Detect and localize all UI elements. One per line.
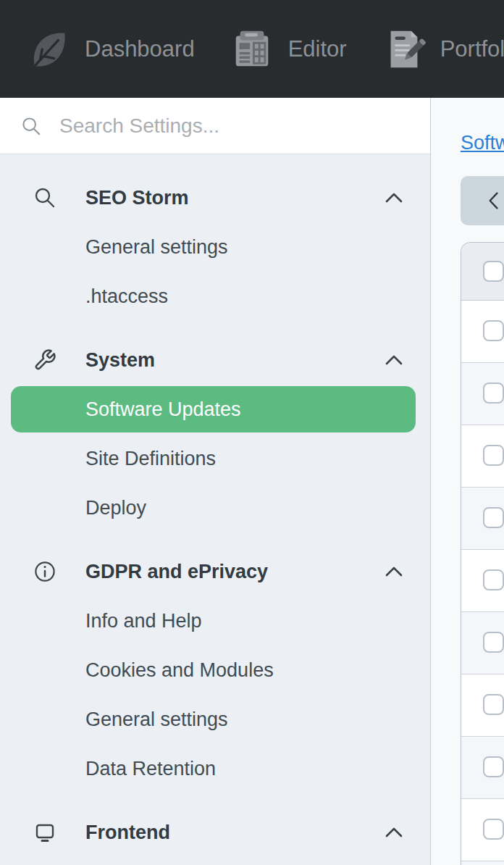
topnav-portfolio[interactable]: Portfolio <box>382 27 504 72</box>
row-checkbox[interactable] <box>483 445 504 466</box>
content-pane: Software Updates <box>432 98 504 865</box>
table-row <box>461 550 504 612</box>
section-label: System <box>85 349 155 372</box>
nav-section-system: System Software Updates Site Definitions… <box>0 335 430 532</box>
topnav-label: Portfolio <box>440 36 504 62</box>
section-header-frontend[interactable]: Frontend <box>0 808 430 857</box>
topnav-editor[interactable]: Editor <box>230 27 347 72</box>
nav-item-general-settings[interactable]: General settings <box>0 222 430 272</box>
table-row <box>461 737 504 799</box>
wrench-icon <box>33 348 56 372</box>
chevron-left-icon <box>484 190 504 212</box>
leaf-icon <box>26 27 71 72</box>
table-row <box>461 799 504 861</box>
search-input[interactable] <box>59 114 371 138</box>
table-row <box>461 363 504 425</box>
chevron-up-icon <box>385 355 403 366</box>
memo-pencil-icon <box>382 27 427 72</box>
row-checkbox[interactable] <box>483 819 504 840</box>
table-row <box>461 488 504 550</box>
chevron-up-icon <box>385 567 403 577</box>
newspaper-icon <box>230 27 274 72</box>
topbar: Dashboard Editor <box>0 0 504 98</box>
topnav-dashboard[interactable]: Dashboard <box>26 27 195 72</box>
nav-section-gdpr: GDPR and ePrivacy Info and Help Cookies … <box>0 547 430 793</box>
row-checkbox[interactable] <box>483 569 504 590</box>
updates-table <box>461 242 504 865</box>
table-row <box>461 301 504 363</box>
nav-item-info-and-help[interactable]: Info and Help <box>0 596 430 645</box>
chevron-up-icon <box>385 827 403 838</box>
back-button[interactable] <box>461 176 504 225</box>
info-icon <box>33 560 56 583</box>
table-row <box>461 425 504 488</box>
nav-item-data-retention[interactable]: Data Retention <box>0 744 430 793</box>
select-all-checkbox[interactable] <box>483 261 504 282</box>
row-checkbox[interactable] <box>483 632 504 653</box>
row-checkbox[interactable] <box>483 694 504 715</box>
search-icon <box>20 115 42 137</box>
section-label: SEO Storm <box>85 187 189 209</box>
magnifier-icon <box>33 186 56 209</box>
sidebar-search-row <box>0 98 430 154</box>
section-header-seo-storm[interactable]: SEO Storm <box>0 173 430 222</box>
nav-item-software-updates[interactable]: Software Updates <box>11 386 416 432</box>
nav-item-htaccess[interactable]: .htaccess <box>0 272 430 321</box>
nav-item-general-settings-gdpr[interactable]: General settings <box>0 695 430 744</box>
section-label: Frontend <box>85 822 170 844</box>
table-row <box>461 674 504 737</box>
topnav-label: Dashboard <box>85 36 195 62</box>
app-window: Dashboard Editor <box>0 0 504 865</box>
table-header-row <box>461 243 504 301</box>
breadcrumb-link[interactable]: Software Updates <box>461 132 504 154</box>
nav-item-site-definitions[interactable]: Site Definitions <box>0 434 430 483</box>
table-row <box>461 861 504 865</box>
topnav-label: Editor <box>288 36 347 62</box>
nav-item-cookies-and-modules[interactable]: Cookies and Modules <box>0 645 430 695</box>
row-checkbox[interactable] <box>483 756 504 777</box>
nav-section-frontend: Frontend <box>0 808 430 857</box>
settings-sidebar: SEO Storm General settings .htaccess <box>0 98 431 865</box>
table-row <box>461 612 504 674</box>
monitor-icon <box>33 821 56 844</box>
row-checkbox[interactable] <box>483 507 504 528</box>
section-label: GDPR and ePrivacy <box>85 561 268 583</box>
nav-item-deploy[interactable]: Deploy <box>0 483 430 532</box>
section-header-system[interactable]: System <box>0 335 430 385</box>
row-checkbox[interactable] <box>483 320 504 341</box>
section-header-gdpr[interactable]: GDPR and ePrivacy <box>0 547 430 596</box>
settings-nav: SEO Storm General settings .htaccess <box>0 154 430 865</box>
nav-section-seo-storm: SEO Storm General settings .htaccess <box>0 173 430 321</box>
row-checkbox[interactable] <box>483 383 504 404</box>
chevron-up-icon <box>385 193 403 204</box>
